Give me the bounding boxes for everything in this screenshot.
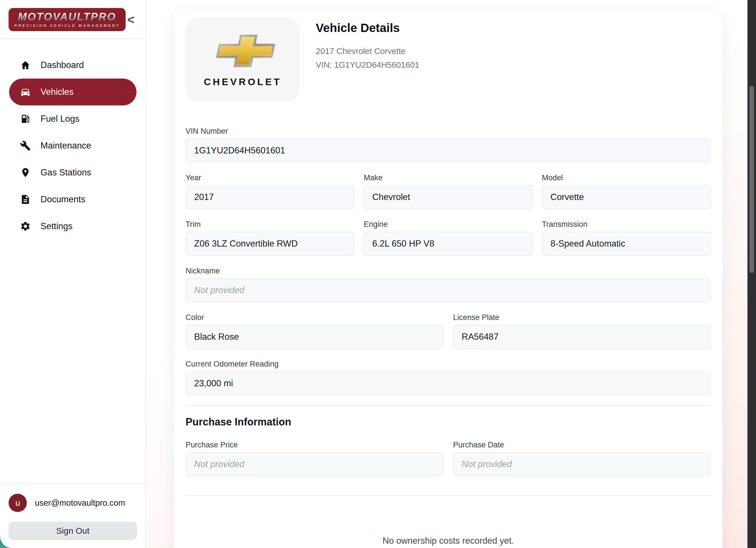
sidebar-item-maintenance[interactable]: Maintenance <box>9 132 136 159</box>
purchase-date-input[interactable] <box>453 452 711 476</box>
odometer-label: Current Odometer Reading <box>186 360 711 369</box>
sidebar-footer: u user@motovaultpro.com Sign Out <box>0 483 146 548</box>
model-field-group: Model <box>542 173 711 209</box>
transmission-label: Transmission <box>542 220 711 229</box>
engine-input[interactable] <box>364 232 533 256</box>
nickname-field-group: Nickname <box>186 266 711 302</box>
user-row: u user@motovaultpro.com <box>9 494 137 512</box>
make-input[interactable] <box>364 185 533 209</box>
make-label: Make <box>364 173 533 182</box>
app-logo: MOTOVAULTPRO PRECISION VEHICLE MANAGEMEN… <box>9 8 126 31</box>
vehicle-vin-line: VIN: 1G1YU2D64H5601601 <box>316 58 419 72</box>
app-root: MOTOVAULTPRO PRECISION VEHICLE MANAGEMEN… <box>0 0 756 548</box>
engine-field-group: Engine <box>364 220 533 256</box>
sidebar-item-label: Fuel Logs <box>41 114 79 124</box>
chevrolet-wordmark: CHEVROLET <box>204 76 282 87</box>
sidebar-item-label: Gas Stations <box>41 167 91 178</box>
document-icon <box>20 194 31 205</box>
purchase-date-field-group: Purchase Date <box>453 441 711 476</box>
transmission-input[interactable] <box>542 232 711 256</box>
main-content: CHEVROLET Vehicle Details 2017 Chevrolet… <box>146 0 756 548</box>
sidebar-item-settings[interactable]: Settings <box>9 213 136 240</box>
sidebar-nav: Dashboard Vehicles Fuel Logs Maintenance <box>0 39 146 240</box>
model-input[interactable] <box>542 185 711 209</box>
sidebar-item-gas-stations[interactable]: Gas Stations <box>9 159 136 186</box>
user-email: user@motovaultpro.com <box>35 498 125 508</box>
page-title: Vehicle Details <box>316 21 419 35</box>
year-label: Year <box>186 173 355 182</box>
section-divider <box>186 495 711 496</box>
year-field-group: Year <box>186 173 355 209</box>
map-pin-icon <box>20 167 31 178</box>
year-input[interactable] <box>186 185 355 209</box>
sidebar-item-label: Documents <box>41 194 85 204</box>
engine-label: Engine <box>364 220 533 229</box>
color-input[interactable] <box>186 325 443 349</box>
vin-field-group: VIN Number <box>186 127 711 162</box>
trim-input[interactable] <box>186 232 355 256</box>
gear-icon <box>20 221 31 232</box>
sign-out-button[interactable]: Sign Out <box>9 522 137 540</box>
vehicle-form: VIN Number Year Make Model <box>186 127 711 546</box>
vehicle-summary: 2017 Chevrolet Corvette <box>316 45 419 58</box>
section-divider <box>186 405 711 406</box>
sidebar-item-documents[interactable]: Documents <box>9 186 136 213</box>
color-license-row: Color License Plate <box>186 313 711 349</box>
purchase-price-label: Purchase Price <box>186 441 443 449</box>
scrollbar-track[interactable] <box>747 0 756 548</box>
trim-engine-transmission-row: Trim Engine Transmission <box>186 220 711 256</box>
model-label: Model <box>542 173 711 182</box>
color-label: Color <box>186 313 443 322</box>
sidebar-collapse-button[interactable]: < <box>126 13 136 26</box>
sidebar-item-dashboard[interactable]: Dashboard <box>9 52 136 79</box>
sidebar: MOTOVAULTPRO PRECISION VEHICLE MANAGEMEN… <box>0 0 146 548</box>
sidebar-item-label: Settings <box>41 221 73 231</box>
ownership-costs-empty-state: No ownership costs recorded yet. <box>186 536 711 546</box>
sidebar-item-vehicles[interactable]: Vehicles <box>9 79 136 105</box>
purchase-price-field-group: Purchase Price <box>186 441 443 476</box>
trim-field-group: Trim <box>186 220 355 256</box>
purchase-row: Purchase Price Purchase Date <box>186 441 711 476</box>
vehicle-header: CHEVROLET Vehicle Details 2017 Chevrolet… <box>186 17 711 102</box>
trim-label: Trim <box>186 220 355 229</box>
license-plate-field-group: License Plate <box>453 313 711 349</box>
vehicle-details-card: CHEVROLET Vehicle Details 2017 Chevrolet… <box>174 9 722 548</box>
nickname-input[interactable] <box>186 278 711 302</box>
sidebar-item-label: Maintenance <box>41 140 91 151</box>
year-make-model-row: Year Make Model <box>186 173 711 209</box>
license-plate-input[interactable] <box>453 325 711 349</box>
sidebar-header: MOTOVAULTPRO PRECISION VEHICLE MANAGEMEN… <box>0 0 146 39</box>
purchase-date-label: Purchase Date <box>453 441 711 449</box>
wrench-icon <box>20 140 31 151</box>
sidebar-item-label: Dashboard <box>41 60 84 70</box>
vin-label: VIN Number <box>186 127 711 136</box>
home-icon <box>20 60 31 71</box>
vehicle-header-text: Vehicle Details 2017 Chevrolet Corvette … <box>316 17 419 102</box>
transmission-field-group: Transmission <box>542 220 711 256</box>
license-plate-label: License Plate <box>453 313 711 322</box>
purchase-price-input[interactable] <box>186 452 443 476</box>
purchase-section-title: Purchase Information <box>186 416 711 428</box>
vehicle-brand-tile: CHEVROLET <box>186 17 300 102</box>
avatar: u <box>9 494 27 512</box>
logo-subtitle: PRECISION VEHICLE MANAGEMENT <box>14 23 120 28</box>
odometer-field-group: Current Odometer Reading <box>186 360 711 396</box>
fuel-pump-icon <box>20 113 31 124</box>
odometer-input[interactable] <box>186 372 711 396</box>
color-field-group: Color <box>186 313 443 349</box>
vin-input[interactable] <box>186 138 711 162</box>
sidebar-item-label: Vehicles <box>41 87 73 97</box>
scrollbar-thumb[interactable] <box>749 86 754 273</box>
chevrolet-bowtie-icon <box>210 32 276 70</box>
car-icon <box>20 87 31 97</box>
make-field-group: Make <box>364 173 533 209</box>
sidebar-item-fuel-logs[interactable]: Fuel Logs <box>9 105 136 132</box>
logo-title: MOTOVAULTPRO <box>14 11 120 23</box>
nickname-label: Nickname <box>186 266 711 276</box>
